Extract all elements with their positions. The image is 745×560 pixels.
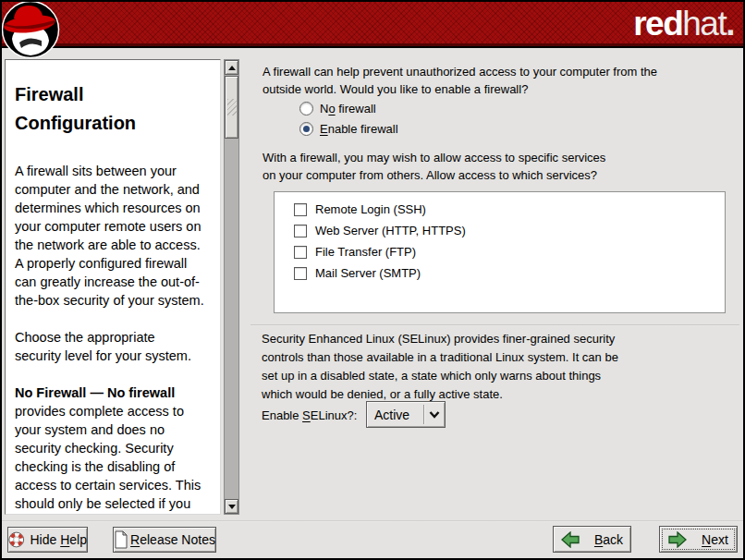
firewall-intro-text: A firewall can help prevent unauthorized… xyxy=(263,63,743,98)
help-paragraph: A firewall sits between your computer an… xyxy=(15,162,213,310)
back-label: Back xyxy=(594,532,623,547)
triangle-up-icon xyxy=(228,66,236,70)
service-row-ssh[interactable]: Remote Login (SSH) xyxy=(294,199,725,220)
help-paragraph-rest: provides complete access to your system … xyxy=(15,404,201,515)
hide-help-button[interactable]: Hide Help xyxy=(7,527,88,553)
release-notes-button[interactable]: Release Notes xyxy=(113,527,216,553)
radio-enable-firewall[interactable]: Enable firewall xyxy=(299,122,398,136)
arrow-right-icon xyxy=(668,531,687,548)
checkbox-icon[interactable] xyxy=(294,203,307,216)
back-button[interactable]: Back xyxy=(553,526,631,553)
triangle-down-icon xyxy=(228,505,236,509)
services-intro-text: With a firewall, you may wish to allow a… xyxy=(263,149,743,184)
help-title: Firewall Configuration xyxy=(15,80,213,138)
radio-no-firewall-label: No firewall xyxy=(320,102,376,116)
selinux-label: Enable SELinux?: xyxy=(262,408,357,422)
wordmark-hat: hat xyxy=(682,5,726,43)
scrollbar-thumb[interactable] xyxy=(225,76,238,139)
horizontal-separator xyxy=(250,324,739,326)
help-bold-term: No Firewall — No firewall xyxy=(15,385,175,400)
scroll-up-button[interactable] xyxy=(225,60,238,75)
wordmark-red: red xyxy=(633,5,682,43)
arrow-left-icon xyxy=(561,531,580,548)
chevron-down-icon xyxy=(424,410,445,419)
selinux-description: Security Enhanced Linux (SELinux) provid… xyxy=(262,330,742,404)
service-row-smtp[interactable]: Mail Server (SMTP) xyxy=(294,262,725,284)
header-banner xyxy=(2,2,743,48)
wordmark-dot: . xyxy=(726,5,734,43)
service-row-ftp[interactable]: File Transfer (FTP) xyxy=(294,241,725,262)
help-panel: Firewall Configuration A firewall sits b… xyxy=(5,59,221,515)
redhat-shadowman-logo xyxy=(1,0,60,61)
selinux-dropdown-value: Active xyxy=(367,408,423,422)
selinux-dropdown[interactable]: Active xyxy=(366,401,446,428)
redhat-wordmark: redhat. xyxy=(633,4,734,44)
scrollbar-grip xyxy=(227,99,237,116)
help-scrollbar[interactable] xyxy=(224,59,239,515)
checkbox-icon[interactable] xyxy=(294,246,307,259)
banner-red-band xyxy=(2,2,743,43)
installer-window: redhat. Firewall Configuration A firewal… xyxy=(0,0,745,560)
checkbox-icon[interactable] xyxy=(294,267,307,280)
document-icon xyxy=(114,530,128,549)
help-paragraph: No Firewall — No firewall provides compl… xyxy=(15,383,213,515)
radio-button-icon[interactable] xyxy=(299,102,313,116)
service-row-http[interactable]: Web Server (HTTP, HTTPS) xyxy=(294,220,725,241)
release-notes-label: Release Notes xyxy=(130,532,215,547)
banner-black-line xyxy=(2,46,743,48)
service-label: Remote Login (SSH) xyxy=(315,202,426,216)
next-label: Next xyxy=(702,532,728,547)
footer-separator xyxy=(2,520,743,522)
help-paragraph: Choose the appropriate security level fo… xyxy=(15,328,213,365)
radio-enable-firewall-label: Enable firewall xyxy=(320,122,398,136)
hide-help-label: Hide Help xyxy=(31,532,88,547)
lifebuoy-icon xyxy=(8,530,25,549)
radio-button-selected-icon[interactable] xyxy=(299,122,313,136)
checkbox-icon[interactable] xyxy=(294,225,307,237)
radio-no-firewall[interactable]: No firewall xyxy=(299,102,376,116)
next-button[interactable]: Next xyxy=(659,526,738,553)
scroll-down-button[interactable] xyxy=(225,499,238,514)
service-label: Mail Server (SMTP) xyxy=(315,266,421,280)
services-list: Remote Login (SSH) Web Server (HTTP, HTT… xyxy=(274,191,726,313)
service-label: File Transfer (FTP) xyxy=(315,245,416,259)
service-label: Web Server (HTTP, HTTPS) xyxy=(315,224,466,237)
